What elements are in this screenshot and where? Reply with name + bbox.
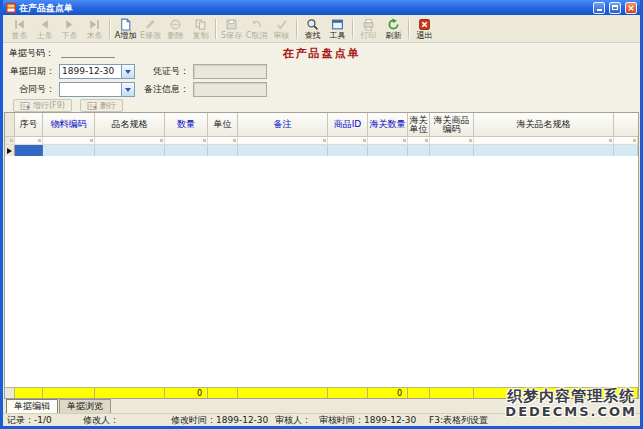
record-count: 记录：-1/0 <box>7 414 83 427</box>
grid-filter-selector <box>5 137 15 144</box>
grid-cell[interactable] <box>165 145 208 156</box>
grid-cell[interactable] <box>328 145 368 156</box>
toolbar-button-next[interactable]: 下条 <box>57 18 82 40</box>
totals-cell <box>95 388 165 398</box>
grid-header-cell-customs-spec[interactable]: 海关品名规格 <box>474 113 614 136</box>
grid-cell[interactable] <box>474 145 614 156</box>
grid-cell[interactable] <box>43 145 95 156</box>
toolbar-button-delete[interactable]: 删除 <box>163 18 188 40</box>
row-marker-cell <box>5 145 15 156</box>
add-row-icon <box>20 101 30 111</box>
modify-time: 修改时间：1899-12-30 <box>171 414 275 427</box>
delete-row-button[interactable]: 删行 <box>80 99 123 112</box>
toolbar-button-exit[interactable]: 退出 <box>412 18 437 40</box>
grid-header-cell-remark[interactable]: 备注 <box>238 113 328 136</box>
toolbar-button-previous[interactable]: 上条 <box>32 18 57 40</box>
grid-header-cell-product-spec[interactable]: 品名规格 <box>95 113 165 136</box>
grid-cell[interactable] <box>614 145 638 156</box>
grid-current-row[interactable] <box>5 145 638 156</box>
toolbar-button-last[interactable]: 末条 <box>82 18 107 40</box>
toolbar-button-print[interactable]: 打印 <box>356 18 381 40</box>
toolbar: 首条 上条 下条 末条 A增加 E修改 删除 复制 <box>3 15 640 43</box>
sheet-title: 在产品盘点单 <box>3 46 640 61</box>
grid-cell[interactable] <box>408 145 430 156</box>
toolbar-separator <box>408 19 410 39</box>
watermark: 织梦内容管理系统 DEDECMS.COM <box>505 389 637 419</box>
toolbar-button-cancel[interactable]: C取消 <box>244 18 269 40</box>
toolbar-separator <box>215 19 217 39</box>
toolbar-button-edit[interactable]: E修改 <box>138 18 163 40</box>
grid-filter-cell <box>328 137 368 144</box>
grid-filter-cell <box>15 137 43 144</box>
toolbar-separator <box>352 19 354 39</box>
maximize-button[interactable] <box>609 2 621 14</box>
grid-header-cell-quantity[interactable]: 数量 <box>165 113 208 136</box>
toolbar-button-tools[interactable]: 工具 <box>325 18 350 40</box>
nav-first-icon <box>13 18 26 31</box>
nav-last-icon <box>88 18 101 31</box>
titlebar: 在产品盘点单 × <box>3 0 640 15</box>
contract-dropdown-button[interactable] <box>121 83 134 96</box>
current-row-marker-icon <box>7 148 12 154</box>
grid-header-row: 序号 物料编码 品名规格 数量 单位 备注 商品ID 海关数量 海关单位 海关商… <box>5 113 638 137</box>
add-row-button[interactable]: 增行(F9) <box>13 99 72 112</box>
audit-record-icon <box>275 18 288 31</box>
print-icon <box>362 18 375 31</box>
search-icon <box>306 18 319 31</box>
toolbar-button-first[interactable]: 首条 <box>7 18 32 40</box>
selected-cell[interactable] <box>15 145 43 156</box>
totals-cell <box>15 388 43 398</box>
chevron-down-icon <box>125 70 131 74</box>
nav-previous-icon <box>38 18 51 31</box>
grid-header-cell-unit[interactable]: 单位 <box>208 113 238 136</box>
grid-filter-cell <box>165 137 208 144</box>
grid-filter-cell <box>474 137 614 144</box>
grid-header-cell-customs-quantity[interactable]: 海关数量 <box>368 113 408 136</box>
voucher-input[interactable] <box>193 64 267 79</box>
grid-header-cell-material-code[interactable]: 物料编码 <box>43 113 95 136</box>
grid-filter-cell <box>95 137 165 144</box>
totals-selector-cell <box>5 388 15 398</box>
delete-row-label: 删行 <box>100 100 116 111</box>
grid-cell[interactable] <box>430 145 474 156</box>
grid-cell[interactable] <box>95 145 165 156</box>
doc-date-combobox[interactable]: 1899-12-30 <box>59 64 135 79</box>
doc-date-dropdown-button[interactable] <box>121 65 134 78</box>
grid-cell[interactable] <box>208 145 238 156</box>
totals-cell <box>408 388 430 398</box>
close-button[interactable]: × <box>625 2 637 14</box>
grid-header-selector <box>5 113 15 136</box>
grid-filter-cell <box>43 137 95 144</box>
minimize-button[interactable] <box>593 2 605 14</box>
remark-input[interactable] <box>193 82 267 97</box>
tab-doc-browse[interactable]: 单据浏览 <box>59 399 111 414</box>
grid-filter-cell <box>208 137 238 144</box>
delete-record-icon <box>169 18 182 31</box>
toolbar-button-add[interactable]: A增加 <box>113 18 138 40</box>
chevron-down-icon <box>125 88 131 92</box>
form-panel: 单据号码： 在产品盘点单 单据日期： 1899-12-30 凭证号： 合同号： … <box>3 43 640 99</box>
grid-header-cell-customs-unit[interactable]: 海关单位 <box>408 113 430 136</box>
edit-record-icon <box>144 18 157 31</box>
modifier-label: 修改人： <box>83 414 171 427</box>
tab-doc-edit[interactable]: 单据编辑 <box>6 399 58 414</box>
remark-label: 备注信息： <box>141 84 189 95</box>
exit-icon <box>418 18 431 31</box>
grid-cell[interactable] <box>368 145 408 156</box>
add-record-icon <box>119 18 132 31</box>
toolbar-button-copy[interactable]: 复制 <box>188 18 213 40</box>
grid-header-cell-commodity-id[interactable]: 商品ID <box>328 113 368 136</box>
doc-date-value: 1899-12-30 <box>60 65 121 78</box>
totals-cell-customs-quantity: 0 <box>368 388 408 398</box>
grid-header-cell-seq[interactable]: 序号 <box>15 113 43 136</box>
toolbar-button-refresh[interactable]: 刷新 <box>381 18 406 40</box>
toolbar-button-find[interactable]: 查找 <box>300 18 325 40</box>
row-actions-bar: 增行(F9) 删行 <box>3 99 640 112</box>
grid-cell[interactable] <box>238 145 328 156</box>
totals-cell <box>208 388 238 398</box>
toolbar-button-audit[interactable]: 审核 <box>269 18 294 40</box>
contract-combobox[interactable] <box>59 82 135 97</box>
toolbar-button-save[interactable]: S保存 <box>219 18 244 40</box>
totals-cell <box>328 388 368 398</box>
grid-header-cell-customs-code[interactable]: 海关商品编码 <box>430 113 474 136</box>
